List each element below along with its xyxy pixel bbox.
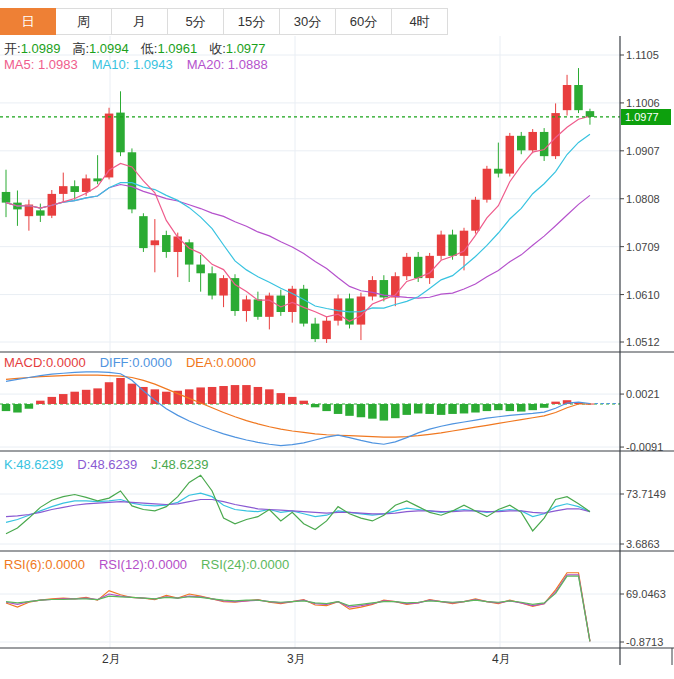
kdj-readout: K:48.6239 D:48.6239 J:48.6239 <box>4 457 208 472</box>
ohlc-close: 收:1.0977 <box>209 40 265 58</box>
kline-chart-canvas[interactable]: 1.11051.10061.09071.08081.07091.06101.05… <box>0 0 674 679</box>
kdj-panel <box>6 475 590 534</box>
ohlc-close-value: 1.0977 <box>226 41 266 56</box>
svg-text:1.1006: 1.1006 <box>626 97 660 109</box>
candles <box>2 68 594 343</box>
tab-30min[interactable]: 30分 <box>280 8 336 35</box>
ohlc-high-value: 1.0994 <box>89 41 129 56</box>
ma5-value: MA5: 1.0983 <box>4 57 78 72</box>
diff-value: DIFF:0.0000 <box>100 355 172 370</box>
d-value: D:48.6239 <box>77 457 137 472</box>
tab-15min[interactable]: 15分 <box>224 8 280 35</box>
ohlc-open-label: 开: <box>4 41 21 56</box>
ohlc-open-value: 1.0989 <box>21 41 61 56</box>
rsi12-value: RSI(12):0.0000 <box>99 557 187 572</box>
svg-text:69.0463: 69.0463 <box>626 588 666 600</box>
macd-panel <box>2 372 620 446</box>
ohlc-high-label: 高: <box>72 41 89 56</box>
ma20-value: MA20: 1.0888 <box>187 57 268 72</box>
ohlc-close-label: 收: <box>209 41 226 56</box>
svg-text:1.0709: 1.0709 <box>626 241 660 253</box>
svg-text:2月: 2月 <box>102 652 121 666</box>
ohlc-low-label: 低: <box>141 41 158 56</box>
tab-60min[interactable]: 60分 <box>336 8 392 35</box>
svg-text:-0.8713: -0.8713 <box>626 636 663 648</box>
ohlc-low: 低:1.0961 <box>141 40 197 58</box>
tab-4hour[interactable]: 4时 <box>392 8 448 35</box>
rsi-panel <box>6 573 590 642</box>
interval-tabbar: 日 周 月 5分 15分 30分 60分 4时 <box>0 8 448 35</box>
macd-value: MACD:0.0000 <box>4 355 86 370</box>
ohlc-low-value: 1.0961 <box>157 41 197 56</box>
svg-text:4月: 4月 <box>492 652 511 666</box>
tab-month[interactable]: 月 <box>112 8 168 35</box>
rsi-readout: RSI(6):0.0000 RSI(12):0.0000 RSI(24):0.0… <box>4 557 289 572</box>
svg-text:1.0907: 1.0907 <box>626 145 660 157</box>
svg-text:1.1105: 1.1105 <box>626 49 659 61</box>
j-value: J:48.6239 <box>151 457 208 472</box>
ma-lines <box>6 116 590 321</box>
svg-text:1.0512: 1.0512 <box>626 336 660 348</box>
k-value: K:48.6239 <box>4 457 63 472</box>
svg-text:1.0610: 1.0610 <box>626 289 660 301</box>
ohlc-high: 高:1.0994 <box>72 40 128 58</box>
tab-day[interactable]: 日 <box>0 8 56 35</box>
ma-readout: MA5: 1.0983 MA10: 1.0943 MA20: 1.0888 <box>4 57 268 72</box>
ohlc-open: 开:1.0989 <box>4 40 60 58</box>
tab-week[interactable]: 周 <box>56 8 112 35</box>
rsi24-value: RSI(24):0.0000 <box>201 557 289 572</box>
kline-page: 1.11051.10061.09071.08081.07091.06101.05… <box>0 0 674 679</box>
svg-text:3月: 3月 <box>287 652 306 666</box>
svg-text:0.0021: 0.0021 <box>626 388 660 400</box>
macd-readout: MACD:0.0000 DIFF:0.0000 DEA:0.0000 <box>4 355 256 370</box>
x-axis-labels: 2月3月4月 <box>102 652 511 666</box>
svg-text:3.6863: 3.6863 <box>626 538 660 550</box>
tab-5min[interactable]: 5分 <box>168 8 224 35</box>
ohlc-readout: 开:1.0989 高:1.0994 低:1.0961 收:1.0977 <box>4 40 266 58</box>
svg-text:73.7149: 73.7149 <box>626 488 666 500</box>
rsi6-value: RSI(6):0.0000 <box>4 557 85 572</box>
dea-value: DEA:0.0000 <box>186 355 256 370</box>
svg-text:1.0808: 1.0808 <box>626 193 660 205</box>
ma10-value: MA10: 1.0943 <box>92 57 173 72</box>
current-price-tag: 1.0977 <box>621 109 671 125</box>
